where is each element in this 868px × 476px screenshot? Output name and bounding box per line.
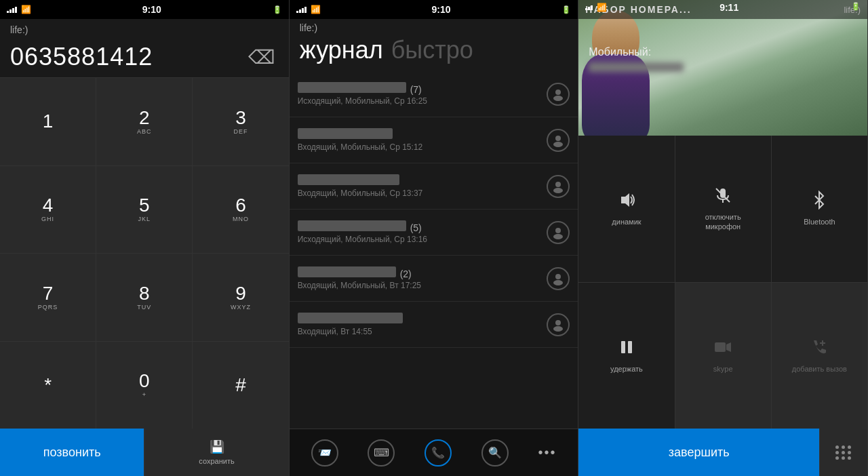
keypad-toggle-button[interactable] — [820, 429, 867, 476]
call-status-overlay: Мобильный: — [578, 27, 867, 77]
call-mobile-label: Мобильный: — [589, 46, 857, 58]
key-8[interactable]: 8TUV — [96, 254, 192, 341]
action-label-3: удержать — [610, 364, 643, 374]
person-icon — [551, 272, 565, 285]
key-sub-6: PQRS — [38, 304, 58, 311]
log-list-item[interactable]: Входящий, Мобильный, Ср 15:12 — [290, 117, 578, 163]
log-name-row-2 — [298, 174, 540, 189]
log-avatar-1[interactable] — [547, 129, 570, 152]
key-sub-4: JKL — [138, 216, 151, 222]
log-list-item[interactable]: (5) Исходящий, Мобильный, Ср 13:16 — [290, 210, 578, 256]
log-contact-name-5 — [298, 313, 403, 323]
log-detail-2: Входящий, Мобильный, Ср 13:37 — [298, 189, 540, 198]
key-6[interactable]: 6MNO — [193, 166, 288, 254]
svg-point-0 — [555, 90, 561, 95]
person-icon — [551, 318, 565, 332]
log-carrier: life:) — [300, 22, 568, 33]
key-sub-10: + — [142, 391, 146, 398]
call-signal-bars — [585, 5, 593, 10]
svg-point-10 — [555, 320, 561, 325]
voicemail-button[interactable]: 📨 — [311, 439, 338, 467]
action-btn-удержать[interactable]: удержать — [578, 283, 674, 429]
log-avatar-3[interactable] — [547, 221, 570, 244]
key-main-5: 6 — [235, 196, 246, 215]
backspace-button[interactable]: ⌫ — [245, 43, 279, 72]
call-end-bar: завершить — [578, 429, 867, 476]
log-list-item[interactable]: Входящий, Вт 14:55 — [290, 302, 578, 348]
save-button[interactable]: 💾 сохранить — [144, 429, 288, 476]
action-btn-Bluetooth[interactable]: Bluetooth — [772, 136, 867, 282]
search-button[interactable]: 🔍 — [481, 439, 509, 467]
key-0[interactable]: 0+ — [96, 342, 192, 429]
key-star[interactable]: * — [0, 342, 96, 429]
calls-button[interactable]: 📞 — [425, 439, 452, 467]
log-detail-5: Входящий, Вт 14:55 — [298, 327, 540, 336]
key-5[interactable]: 5JKL — [96, 166, 192, 254]
key-2[interactable]: 2ABC — [96, 78, 192, 165]
log-name-row-5 — [298, 313, 540, 327]
contact-number-blurred — [589, 62, 684, 72]
svg-point-1 — [553, 96, 563, 101]
log-item-info-1: Входящий, Мобильный, Ср 15:12 — [298, 128, 540, 152]
person-icon — [551, 134, 565, 147]
key-4[interactable]: 4GHI — [0, 166, 96, 254]
call-signal: 📶 — [585, 2, 607, 13]
svg-point-4 — [555, 182, 561, 187]
log-tab-journal[interactable]: журнал — [300, 36, 383, 64]
action-icon-1 — [713, 186, 732, 209]
calls-icon: 📞 — [431, 446, 445, 459]
pause-icon — [617, 338, 636, 357]
log-count-4: (2) — [400, 269, 412, 279]
key-main-8: 9 — [235, 284, 246, 303]
key-3[interactable]: 3DEF — [193, 78, 288, 165]
log-avatar-2[interactable] — [547, 175, 570, 198]
key-1[interactable]: 1 — [0, 78, 96, 165]
key-9[interactable]: 9WXYZ — [193, 254, 288, 341]
action-btn-динамик[interactable]: динамик — [578, 136, 674, 282]
mic-mute-icon — [713, 186, 732, 205]
action-icon-2 — [811, 191, 827, 214]
log-contact-name-4 — [298, 266, 396, 277]
action-btn-отключить-микрофон[interactable]: отключитьмикрофон — [675, 136, 771, 282]
call-panel: НАБОР НОМЕРА... life:) Мобильный: 📶 9:11… — [578, 0, 868, 476]
dialer-bottom-bar: позвонить 💾 сохранить — [0, 429, 289, 476]
log-contact-name-1 — [298, 128, 393, 139]
log-avatar-0[interactable] — [547, 83, 570, 106]
action-label-5: добавить вызов — [792, 364, 847, 374]
call-button[interactable]: позвонить — [0, 429, 144, 476]
log-count-0: (7) — [410, 84, 422, 95]
log-list-item[interactable]: (2) Входящий, Мобильный, Вт 17:25 — [290, 256, 578, 302]
key-main-2: 3 — [235, 108, 246, 127]
key-7[interactable]: 7PQRS — [0, 254, 96, 341]
call-wifi-icon: 📶 — [597, 3, 607, 12]
log-list-item[interactable]: (7) Исходящий, Мобильный, Ср 16:25 — [290, 71, 578, 117]
more-button[interactable]: ••• — [538, 445, 556, 460]
log-list: (7) Исходящий, Мобильный, Ср 16:25 Входя… — [290, 71, 578, 429]
dialpad-icon: ⌨ — [374, 446, 389, 459]
log-item-info-3: (5) Исходящий, Мобильный, Ср 13:16 — [298, 220, 540, 244]
log-count-3: (5) — [410, 222, 422, 233]
key-sub-7: TUV — [137, 304, 151, 311]
log-avatar-4[interactable] — [547, 267, 570, 290]
log-contact-name-0 — [298, 82, 406, 93]
log-time: 9:10 — [431, 4, 450, 15]
log-battery: 🔋 — [561, 5, 571, 14]
call-time: 9:11 — [719, 2, 738, 13]
save-icon: 💾 — [210, 439, 224, 454]
key-sub-3: GHI — [41, 216, 54, 222]
log-list-item[interactable]: Входящий, Мобильный, Ср 13:37 — [290, 163, 578, 210]
action-btn-добавить-вызов: добавить вызов — [772, 283, 867, 429]
end-call-button[interactable]: завершить — [578, 429, 819, 476]
dialpad-button[interactable]: ⌨ — [368, 439, 395, 467]
key-sub-5: MNO — [233, 216, 249, 222]
log-avatar-5[interactable] — [547, 313, 570, 336]
log-signal-bars — [296, 7, 307, 13]
log-tab-quick[interactable]: быстро — [391, 36, 473, 64]
signal-area: 📶 — [7, 5, 31, 14]
dialed-number: 0635881412 — [10, 43, 245, 71]
svg-point-11 — [553, 326, 563, 332]
action-icon-5 — [810, 338, 829, 361]
svg-point-3 — [553, 142, 563, 147]
key-hash[interactable]: # — [193, 342, 288, 429]
log-name-row-1 — [298, 128, 540, 142]
